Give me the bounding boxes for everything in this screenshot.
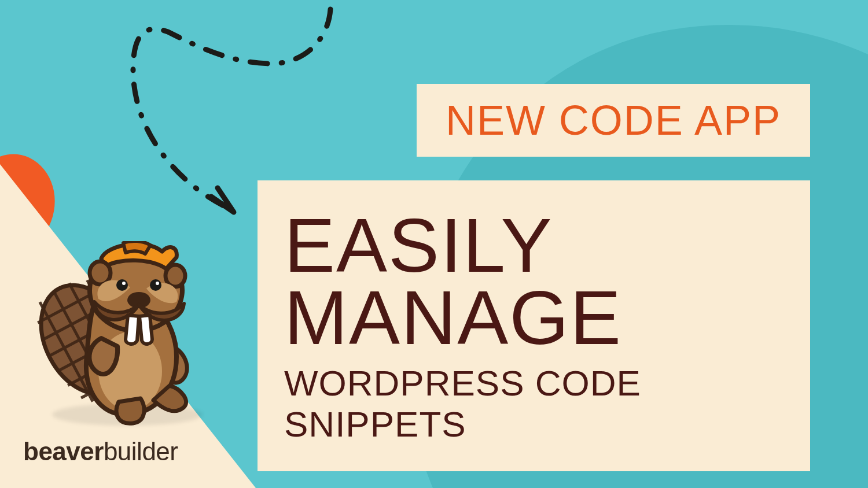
badge-new-code-app: NEW CODE APP xyxy=(417,84,810,157)
svg-point-15 xyxy=(116,279,128,291)
headline-sub: WORDPRESS CODE SNIPPETS xyxy=(284,363,784,445)
svg-point-14 xyxy=(165,265,185,287)
headline-box: EASILY MANAGE WORDPRESS CODE SNIPPETS xyxy=(258,180,810,471)
brand-part1: beaver xyxy=(23,437,104,465)
beaver-mascot-icon xyxy=(32,241,205,426)
svg-point-18 xyxy=(156,282,159,285)
svg-point-17 xyxy=(122,282,126,285)
svg-point-16 xyxy=(150,279,161,291)
brand-part2: builder xyxy=(104,437,178,465)
promo-graphic: NEW CODE APP EASILY MANAGE WORDPRESS COD… xyxy=(0,0,868,488)
brand-wordmark: beaverbuilder xyxy=(23,437,178,466)
badge-label: NEW CODE APP xyxy=(446,97,781,144)
headline-main: EASILY MANAGE xyxy=(284,209,784,354)
